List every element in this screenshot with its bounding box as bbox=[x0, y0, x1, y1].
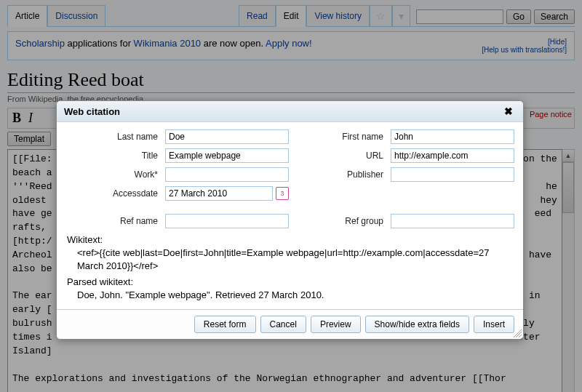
wikitext-preview: <ref>{{cite web|last=Doe|first=John|titl… bbox=[67, 247, 513, 272]
dialog-body: Last name First name Title URL Work* Pub… bbox=[57, 122, 523, 309]
resize-handle-icon[interactable] bbox=[513, 329, 522, 337]
input-publisher[interactable] bbox=[391, 167, 514, 182]
label-ref-name: Ref name bbox=[67, 216, 158, 226]
input-first-name[interactable] bbox=[391, 129, 514, 144]
web-citation-dialog: Web citation ✖ Last name First name Titl… bbox=[56, 100, 524, 340]
label-title: Title bbox=[67, 151, 158, 161]
label-publisher: Publisher bbox=[296, 169, 383, 180]
label-last-name: Last name bbox=[67, 132, 158, 142]
preview-button[interactable]: Preview bbox=[311, 316, 361, 333]
label-accessdate: Accessdate bbox=[67, 188, 158, 199]
insert-button[interactable]: Insert bbox=[474, 316, 514, 333]
dialog-title: Web citation bbox=[64, 106, 120, 117]
dialog-titlebar[interactable]: Web citation ✖ bbox=[57, 101, 523, 122]
parsed-preview: Doe, John. "Example webpage". Retrieved … bbox=[67, 289, 513, 302]
input-last-name[interactable] bbox=[165, 129, 289, 144]
label-url: URL bbox=[296, 151, 383, 161]
extra-fields-button[interactable]: Show/hide extra fields bbox=[365, 316, 469, 333]
dialog-footer: Reset form Cancel Preview Show/hide extr… bbox=[57, 309, 523, 339]
label-first-name: First name bbox=[296, 132, 383, 142]
input-ref-name[interactable] bbox=[165, 214, 289, 228]
input-work[interactable] bbox=[165, 167, 289, 182]
input-ref-group[interactable] bbox=[391, 214, 514, 228]
wikitext-label: Wikitext: bbox=[67, 234, 513, 245]
label-work: Work* bbox=[67, 169, 158, 180]
reset-button[interactable]: Reset form bbox=[194, 316, 256, 333]
parsed-label: Parsed wikitext: bbox=[67, 276, 513, 287]
input-url[interactable] bbox=[391, 148, 514, 163]
label-ref-group: Ref group bbox=[296, 216, 383, 226]
input-title[interactable] bbox=[165, 148, 289, 163]
cancel-button[interactable]: Cancel bbox=[260, 316, 306, 333]
input-accessdate[interactable] bbox=[165, 186, 273, 201]
close-icon[interactable]: ✖ bbox=[501, 105, 516, 117]
calendar-icon[interactable]: 3 bbox=[276, 187, 289, 200]
